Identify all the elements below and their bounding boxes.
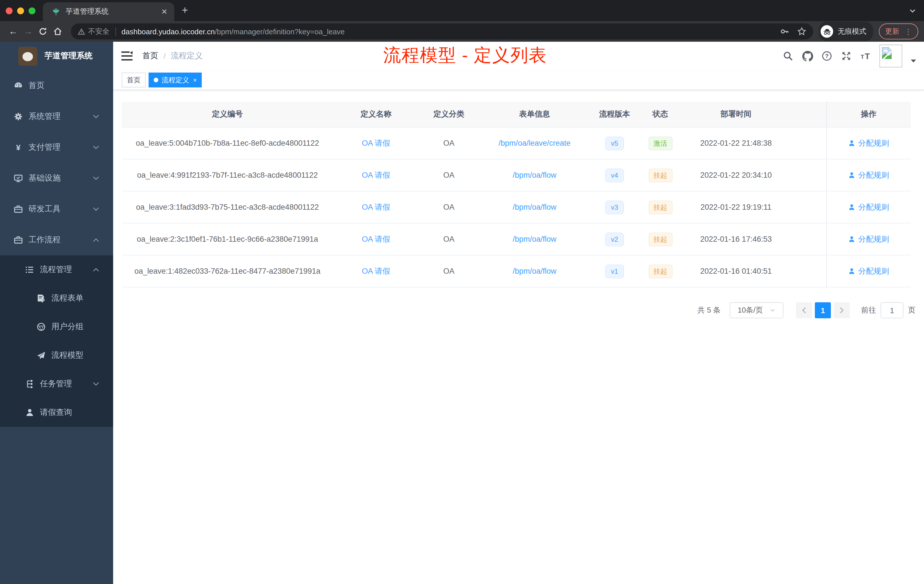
assign-rule-link[interactable]: 分配规则 (848, 170, 889, 180)
sidebar-item-user-group[interactable]: 用户分组 (0, 313, 113, 341)
table-header-cell: 定义名称 (333, 102, 419, 127)
window-minimize-button[interactable] (17, 7, 24, 14)
user-avatar[interactable] (879, 45, 902, 68)
breadcrumb: 首页 / 流程定义 (142, 51, 203, 61)
sidebar-logo-row[interactable]: 芋道管理系统 (0, 42, 113, 70)
breadcrumb-home[interactable]: 首页 (142, 51, 158, 61)
tag-首页[interactable]: 首页 (122, 73, 146, 87)
sidebar-item-dev-tools[interactable]: 研发工具 (0, 194, 113, 224)
navbar: 首页 / 流程定义 流程模型 - 定义列表 ? (113, 42, 924, 70)
fullscreen-icon[interactable] (841, 50, 852, 62)
definition-name-link[interactable]: OA 请假 (362, 266, 390, 276)
definition-name-link[interactable]: OA 请假 (362, 170, 390, 180)
cell-status-tag-badge: 激活 (648, 136, 672, 150)
back-button[interactable]: ← (6, 24, 21, 39)
cell-spacer (790, 223, 826, 255)
cell-version-tag: v3 (590, 191, 639, 223)
assign-rule-link[interactable]: 分配规则 (848, 234, 889, 244)
cell-status-tag-badge: 挂起 (648, 232, 672, 246)
assign-rule-link[interactable]: 分配规则 (848, 266, 889, 276)
tab-search-chevron-icon[interactable] (909, 7, 916, 14)
github-icon[interactable] (802, 50, 813, 62)
cell-definition-id: oa_leave:4:991f2193-7b7f-11ec-a3c8-acde4… (122, 159, 333, 191)
cell-status-tag-badge: 挂起 (648, 264, 672, 278)
goto-page-input[interactable] (881, 302, 903, 318)
cell-version-tag: v1 (590, 256, 639, 287)
sidebar-item-task-management[interactable]: 任务管理 (0, 370, 113, 398)
chevron-up-icon (92, 237, 99, 243)
cell-definition-category: OA (419, 127, 479, 159)
sidebar-item-infrastructure[interactable]: 基础设施 (0, 163, 113, 194)
warning-icon (78, 28, 85, 35)
security-status[interactable]: 不安全 (78, 26, 109, 36)
prev-page-button[interactable] (796, 302, 812, 318)
reload-button[interactable] (35, 24, 50, 39)
table-header-cell: 定义分类 (419, 102, 479, 127)
tag-流程定义[interactable]: 流程定义× (148, 73, 202, 87)
next-page-button[interactable] (834, 302, 850, 318)
browser-update-button[interactable]: 更新 ⋮ (879, 23, 918, 40)
sidebar-item-process-management[interactable]: 流程管理 (0, 256, 113, 284)
person-icon (25, 408, 34, 417)
table-header-spacer (790, 102, 826, 127)
chevron-down-icon (92, 175, 99, 182)
sidebar-item-system-management[interactable]: 系统管理 (0, 101, 113, 132)
assign-rule-link[interactable]: 分配规则 (848, 202, 889, 212)
tag-close-icon[interactable]: × (193, 77, 197, 83)
sidebar-item-payment-management[interactable]: ¥支付管理 (0, 132, 113, 163)
sidebar-item-workflow[interactable]: 工作流程 (0, 224, 113, 256)
hamburger-fold-icon[interactable] (120, 50, 133, 62)
browser-tab[interactable]: 芋道管理系统 ✕ (43, 2, 174, 21)
search-icon[interactable] (782, 50, 794, 62)
cell-form-link: /bpm/oa/flow (479, 223, 590, 255)
definition-name-link[interactable]: OA 请假 (362, 202, 390, 212)
url-bar[interactable]: 不安全 dashboard.yudao.iocoder.cn /bpm/mana… (71, 23, 813, 40)
window-zoom-button[interactable] (28, 7, 35, 14)
forward-button[interactable]: → (21, 24, 35, 39)
table-row: oa_leave:3:1fad3d93-7b75-11ec-a3c8-acde4… (122, 191, 911, 223)
page-size-select[interactable]: 10条/页 (730, 302, 784, 318)
key-icon[interactable] (780, 27, 789, 36)
cell-definition-name-link: OA 请假 (333, 256, 419, 287)
window-close-button[interactable] (6, 7, 13, 14)
definition-name-link[interactable]: OA 请假 (362, 234, 390, 244)
tag-label: 流程定义 (162, 75, 189, 85)
current-page-button[interactable]: 1 (815, 302, 831, 318)
form-link[interactable]: /bpm/oa/flow (513, 203, 556, 211)
tag-label: 首页 (127, 75, 140, 85)
cell-definition-category: OA (419, 191, 479, 223)
new-tab-button[interactable]: + (182, 3, 188, 17)
cell-definition-name-link: OA 请假 (333, 127, 419, 159)
bookmark-star-icon[interactable] (797, 27, 806, 36)
navbar-actions: ? TT (782, 45, 917, 68)
cell-deploy-time: 2022-01-22 21:48:38 (682, 127, 790, 159)
browser-toolbar: ← → 不安全 dashboard.yudao.iocoder.cn /bpm/… (0, 21, 924, 42)
sidebar-item-label: 基础设施 (28, 173, 61, 183)
incognito-icon (820, 25, 833, 38)
sidebar-item-label: 流程表单 (51, 293, 83, 304)
form-link[interactable]: /bpm/oa/flow (513, 235, 556, 243)
home-button[interactable] (50, 24, 65, 39)
assign-rule-label: 分配规则 (858, 266, 889, 276)
assign-rule-link[interactable]: 分配规则 (848, 138, 889, 148)
sidebar-item-label: 任务管理 (40, 379, 72, 389)
sidebar-item-home[interactable]: 首页 (0, 70, 113, 101)
incognito-badge: 无痕模式 (819, 22, 873, 41)
chevron-down-icon (92, 113, 99, 120)
chevron-down-icon (92, 206, 99, 213)
sidebar-item-process-form[interactable]: 流程表单 (0, 284, 113, 313)
definition-name-link[interactable]: OA 请假 (362, 138, 390, 148)
help-icon[interactable]: ? (821, 50, 833, 62)
form-link[interactable]: /bpm/oa/leave/create (498, 139, 571, 147)
form-link[interactable]: /bpm/oa/flow (513, 267, 556, 276)
font-size-icon[interactable]: TT (860, 50, 871, 62)
avatar-caret-icon[interactable] (910, 59, 917, 63)
table-header-cell: 流程版本 (590, 102, 639, 127)
cell-action: 分配规则 (826, 256, 911, 287)
tab-close-icon[interactable]: ✕ (160, 7, 168, 16)
sidebar-item-process-model[interactable]: 流程模型 (0, 341, 113, 370)
browser-menu-icon[interactable]: ⋮ (904, 27, 912, 36)
sidebar-item-leave-query[interactable]: 请假查询 (0, 398, 113, 427)
form-link[interactable]: /bpm/oa/flow (513, 171, 556, 180)
cell-spacer (790, 256, 826, 287)
